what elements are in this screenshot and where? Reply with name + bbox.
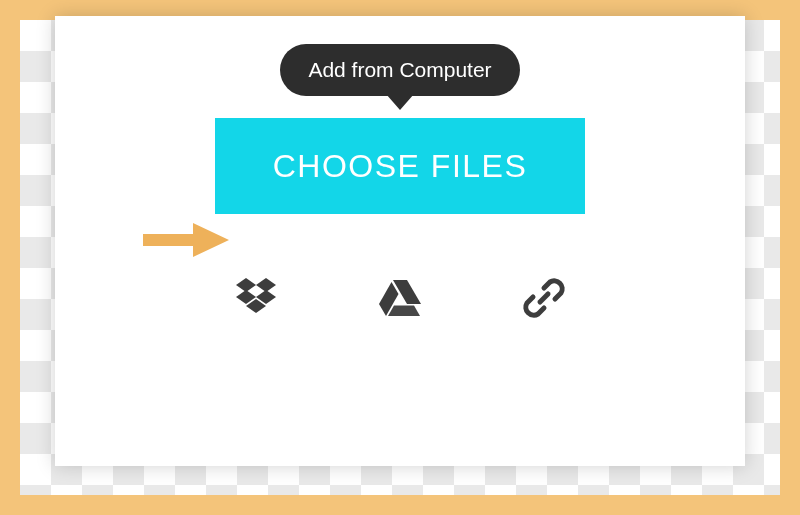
svg-marker-0 bbox=[143, 223, 229, 257]
upload-panel: Add from Computer CHOOSE FILES bbox=[55, 16, 745, 466]
source-icon-row bbox=[230, 272, 570, 324]
dropbox-icon[interactable] bbox=[230, 272, 282, 324]
google-drive-icon[interactable] bbox=[374, 272, 426, 324]
tooltip-label: Add from Computer bbox=[308, 58, 491, 81]
tooltip-add-from-computer: Add from Computer bbox=[280, 44, 519, 96]
pointer-arrow-icon bbox=[143, 220, 229, 260]
choose-files-button[interactable]: CHOOSE FILES bbox=[215, 118, 585, 214]
link-icon[interactable] bbox=[518, 272, 570, 324]
choose-files-label: CHOOSE FILES bbox=[273, 148, 528, 184]
outer-frame: Add from Computer CHOOSE FILES bbox=[20, 20, 780, 495]
